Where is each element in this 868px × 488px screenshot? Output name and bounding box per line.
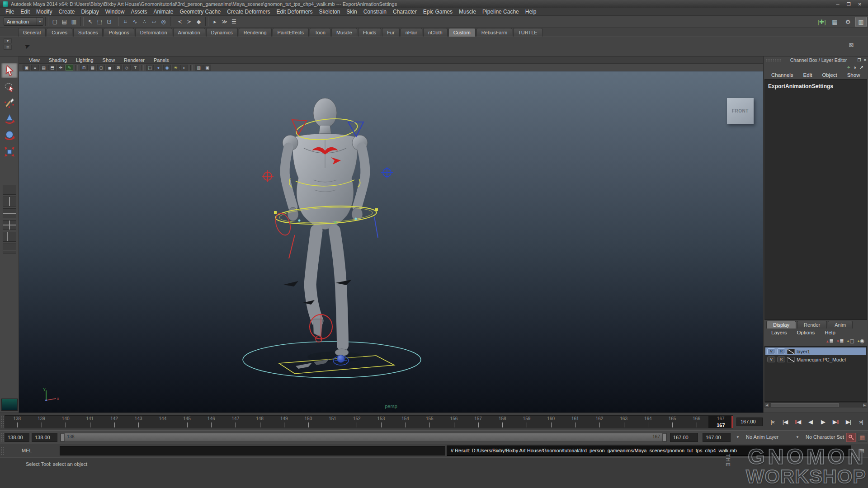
output-connections-icon[interactable]: ≻ — [184, 17, 194, 26]
frame-167[interactable]: 167167 — [708, 416, 733, 428]
frame-162[interactable]: 162 — [587, 416, 612, 428]
menu-create-deformers[interactable]: Create Deformers — [224, 8, 273, 16]
frame-156[interactable]: 156 — [442, 416, 466, 428]
animation-end-field[interactable]: 167.00 — [703, 433, 731, 442]
save-scene-icon[interactable]: ▥ — [69, 17, 79, 26]
close-panel-icon[interactable]: ✕ — [862, 58, 868, 62]
shelf-tab-muscle[interactable]: Muscle — [331, 28, 357, 37]
range-end-handle[interactable] — [662, 433, 666, 441]
menu-pipeline-cache[interactable]: Pipeline Cache — [479, 8, 522, 16]
channel-box-menu-show[interactable]: Show — [842, 72, 865, 78]
shelf-item-icon[interactable]: ➤ — [19, 38, 35, 54]
pick-arrow-icon[interactable]: ↗ — [859, 65, 863, 70]
channel-box-menu-edit[interactable]: Edit — [798, 72, 817, 78]
viewport-menu-shading[interactable]: Shading — [44, 57, 71, 63]
frame-161[interactable]: 161 — [563, 416, 587, 428]
camera-attributes-icon[interactable]: ≡ — [31, 65, 39, 70]
shelf-tab-animation[interactable]: Animation — [173, 28, 205, 37]
safe-title-icon[interactable]: T — [132, 65, 139, 70]
layout-thumbnail[interactable] — [1, 399, 18, 411]
spreadsheet-icon[interactable]: ▦ — [829, 17, 840, 27]
frame-157[interactable]: 157 — [466, 416, 491, 428]
step-forward-key-button[interactable]: ▶‖ — [830, 417, 841, 427]
rotate-tool[interactable] — [1, 128, 18, 143]
shelf-tab-ncloth[interactable]: nCloth — [423, 28, 448, 37]
new-layer-from-selected-icon[interactable]: ✦◉ — [857, 338, 864, 344]
frame-139[interactable]: 139 — [29, 416, 54, 428]
frame-165[interactable]: 165 — [660, 416, 684, 428]
shelf-tab-surfaces[interactable]: Surfaces — [73, 28, 103, 37]
layer-list-scrollbar[interactable]: ◀ ▶ — [764, 402, 867, 408]
layout-preset-button[interactable] — [3, 208, 16, 218]
set-key-button[interactable] — [846, 433, 856, 442]
scale-tool[interactable] — [1, 144, 18, 160]
new-empty-layer-icon[interactable]: ✦▢ — [847, 338, 854, 344]
shelf-tab-fluids[interactable]: Fluids — [358, 28, 381, 37]
menu-muscle[interactable]: Muscle — [456, 8, 479, 16]
menu-modify[interactable]: Modify — [33, 8, 55, 16]
move-layer-down-icon[interactable]: ▼≣ — [836, 338, 844, 344]
xray-icon[interactable]: ▥ — [195, 65, 203, 70]
menu-animate[interactable]: Animate — [150, 8, 176, 16]
shelf-tab-toon[interactable]: Toon — [310, 28, 330, 37]
gate-mask-icon[interactable]: ◼ — [106, 65, 113, 70]
field-chart-icon[interactable]: ⊠ — [114, 65, 122, 70]
trash-icon[interactable]: ⊠ — [846, 40, 856, 50]
wireframe-icon[interactable]: ⬚ — [146, 65, 154, 70]
frame-152[interactable]: 152 — [344, 416, 369, 428]
image-plane-icon[interactable]: ⬒ — [48, 65, 56, 70]
shelf-tab-rebusfarm[interactable]: RebusFarm — [476, 28, 512, 37]
command-line-grip[interactable] — [1, 446, 4, 455]
layer-color-swatch[interactable] — [787, 349, 795, 354]
frame-143[interactable]: 143 — [126, 416, 151, 428]
pan-zoom-icon[interactable]: ✛ — [57, 65, 65, 70]
frame-160[interactable]: 160 — [539, 416, 563, 428]
new-scene-icon[interactable]: ▢ — [50, 17, 60, 26]
layer-editor-tab-anim[interactable]: Anim — [828, 321, 853, 328]
layout-preset-button[interactable] — [3, 244, 16, 253]
time-slider-grip[interactable] — [1, 415, 4, 428]
snap-point-icon[interactable]: ∴ — [140, 17, 149, 26]
viewport-menu-view[interactable]: View — [24, 57, 44, 63]
mannequin-model[interactable] — [283, 98, 368, 356]
frame-142[interactable]: 142 — [102, 416, 127, 428]
snap-plane-icon[interactable]: ▱ — [149, 17, 159, 26]
shelf-tab-rendering[interactable]: Rendering — [239, 28, 272, 37]
smooth-shade-icon[interactable]: ● — [155, 65, 162, 70]
select-camera-icon[interactable]: ▣ — [23, 65, 30, 70]
layer-editor-menu-layers[interactable]: Layers — [766, 330, 792, 335]
frame-149[interactable]: 149 — [272, 416, 296, 428]
film-gate-icon[interactable]: ▦ — [89, 65, 96, 70]
frame-148[interactable]: 148 — [248, 416, 272, 428]
lighting-icon[interactable]: ☀ — [172, 65, 179, 70]
range-start-handle[interactable] — [61, 433, 65, 441]
layout-preset-button[interactable] — [3, 185, 16, 195]
frame-144[interactable]: 144 — [151, 416, 175, 428]
shelf-tab-general[interactable]: General — [18, 28, 46, 37]
menu-file[interactable]: File — [2, 8, 17, 16]
viewport-menu-panels[interactable]: Panels — [149, 57, 174, 63]
layout-preset-button[interactable] — [3, 232, 16, 242]
shelf-tab-fur[interactable]: Fur — [382, 28, 400, 37]
panel-grip[interactable] — [765, 58, 781, 62]
go-to-playback-end-button[interactable]: »| — [855, 417, 867, 427]
move-layer-up-icon[interactable]: ▲≣ — [826, 338, 833, 344]
layout-preset-button[interactable] — [3, 197, 16, 206]
lasso-tool[interactable] — [1, 79, 18, 94]
menu-edit[interactable]: Edit — [17, 8, 33, 16]
playback-end-field[interactable]: 167.00 — [670, 433, 698, 442]
minimize-button[interactable]: ─ — [836, 2, 840, 7]
show-manipulator-icon[interactable]: [✚] — [816, 17, 827, 27]
construction-history-icon[interactable]: ◆ — [194, 17, 203, 26]
render-view-icon[interactable]: ▸ — [210, 17, 220, 26]
view-cube-front[interactable]: FRONT — [727, 98, 754, 124]
menu-skin[interactable]: Skin — [343, 8, 360, 16]
layer-renderable-toggle[interactable]: R — [777, 357, 785, 362]
shelf-tab-turtle[interactable]: TURTLE — [513, 28, 542, 37]
channel-box-menu-channels[interactable]: Channels — [766, 72, 798, 78]
textured-icon[interactable]: ◉ — [163, 65, 171, 70]
scene-3d-view[interactable]: y x — [19, 71, 763, 413]
frame-151[interactable]: 151 — [321, 416, 345, 428]
auto-keyframe-toggle[interactable]: ▦ — [858, 433, 867, 442]
animation-start-field[interactable]: 138.00 — [5, 433, 29, 442]
